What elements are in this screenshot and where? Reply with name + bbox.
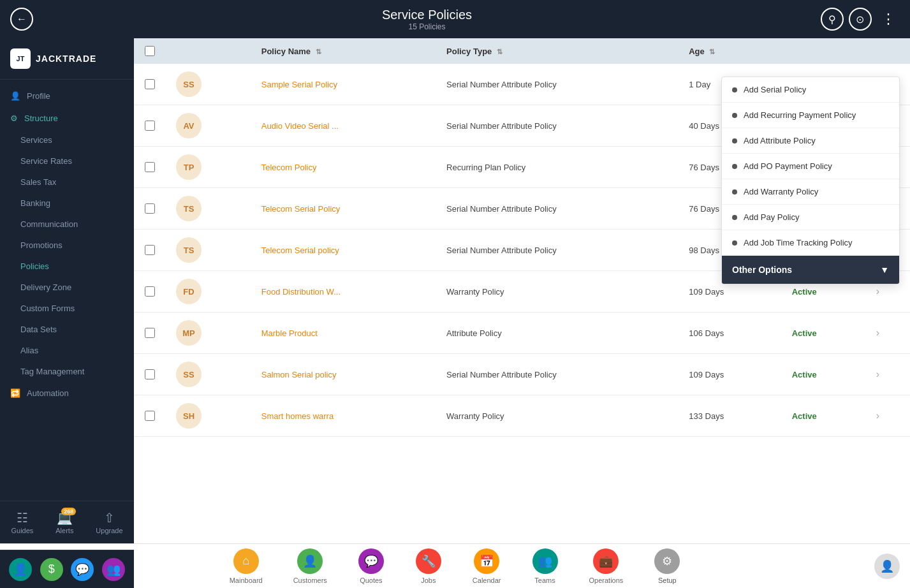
customers-icon: 👤 <box>297 548 323 574</box>
sidebar-item-tag-management[interactable]: Tag Management <box>0 361 134 382</box>
row-status-cell: Active <box>782 312 866 354</box>
policy-name-link[interactable]: Telecom Serial Policy <box>261 204 341 214</box>
row-chevron-icon[interactable]: › <box>876 327 879 338</box>
bottom-nav-setup[interactable]: ⚙ Setup <box>638 545 696 588</box>
row-checkbox[interactable] <box>145 245 155 255</box>
bottom-nav-calendar-label: Calendar <box>473 577 501 584</box>
row-avatar-cell: SS <box>166 354 251 395</box>
sidebar-item-policies[interactable]: Policies <box>0 256 134 277</box>
calendar-icon: 📅 <box>474 548 499 574</box>
policy-name-link[interactable]: Audio Video Serial ... <box>261 121 339 131</box>
guides-button[interactable]: ☷ Guides <box>6 506 38 538</box>
row-type-cell: Serial Number Attribute Policy <box>436 188 679 230</box>
sidebar-item-sales-tax[interactable]: Sales Tax <box>0 172 134 193</box>
people-bottom-icon[interactable]: 👥 <box>102 558 125 581</box>
dot-icon <box>732 113 737 118</box>
policy-name-link[interactable]: Telecom Policy <box>261 163 317 172</box>
operations-icon: 💼 <box>593 548 619 574</box>
user-avatar-container[interactable]: 👤 <box>874 554 900 579</box>
bottom-nav-setup-label: Setup <box>658 577 677 584</box>
back-button[interactable]: ← <box>10 8 33 31</box>
select-all-checkbox[interactable] <box>145 46 155 56</box>
sidebar-item-promotions[interactable]: Promotions <box>0 235 134 256</box>
sidebar-item-custom-forms[interactable]: Custom Forms <box>0 298 134 319</box>
row-name-cell: Audio Video Serial ... <box>251 105 436 147</box>
filter-button[interactable]: ⊙ <box>849 8 872 31</box>
bottom-nav-teams-label: Teams <box>534 577 555 584</box>
search-button[interactable]: ⚲ <box>821 8 844 31</box>
chat-bottom-icon[interactable]: 💬 <box>71 558 94 581</box>
page-subtitle: 15 Policies <box>382 22 472 31</box>
policy-avatar: AV <box>176 113 202 138</box>
row-checkbox-cell <box>134 354 166 395</box>
bottom-nav-calendar[interactable]: 📅 Calendar <box>457 545 517 588</box>
sidebar-item-communication[interactable]: Communication <box>0 214 134 235</box>
sidebar-item-structure[interactable]: ⚙ Structure <box>0 107 134 129</box>
policy-name-link[interactable]: Telecom Serial policy <box>261 246 339 255</box>
bottom-nav-operations[interactable]: 💼 Operations <box>574 545 639 588</box>
row-type-cell: Warranty Policy <box>436 395 679 437</box>
dropdown-item-add-recurring[interactable]: Add Recurring Payment Policy <box>722 103 899 128</box>
dropdown-item-add-warranty[interactable]: Add Warranty Policy <box>722 179 899 205</box>
policy-avatar: TS <box>176 196 202 221</box>
row-age-cell: 133 Days <box>679 395 781 437</box>
row-checkbox[interactable] <box>145 369 155 379</box>
dollar-bottom-icon[interactable]: $ <box>40 558 63 581</box>
bottom-nav-customers[interactable]: 👤 Customers <box>278 545 342 588</box>
row-action-cell: › <box>866 395 910 437</box>
bottom-nav-mainboard[interactable]: ⌂ Mainboard <box>214 545 278 588</box>
dropdown-item-add-serial[interactable]: Add Serial Policy <box>722 77 899 103</box>
policy-name-link[interactable]: Sample Serial Policy <box>261 80 337 89</box>
dropdown-other-options[interactable]: Other Options ▼ <box>722 256 899 284</box>
row-checkbox[interactable] <box>145 203 155 214</box>
row-checkbox[interactable] <box>145 121 155 131</box>
row-checkbox[interactable] <box>145 328 155 338</box>
row-status-cell: Active <box>782 395 866 437</box>
col-age[interactable]: Age ⇅ <box>679 38 781 64</box>
bottom-nav-jobs[interactable]: 🔧 Jobs <box>400 545 457 588</box>
row-checkbox[interactable] <box>145 411 155 421</box>
more-options-button[interactable]: ⋮ <box>877 8 900 31</box>
dropdown-item-add-attribute[interactable]: Add Attribute Policy <box>722 128 899 154</box>
col-policy-type[interactable]: Policy Type ⇅ <box>436 38 679 64</box>
row-checkbox[interactable] <box>145 286 155 297</box>
row-checkbox-cell <box>134 395 166 437</box>
sidebar-item-alias[interactable]: Alias <box>0 340 134 361</box>
header-center: Service Policies 15 Policies <box>382 8 472 31</box>
bottom-nav-teams[interactable]: 👥 Teams <box>517 545 574 588</box>
row-checkbox[interactable] <box>145 79 155 89</box>
dropdown-item-add-pay[interactable]: Add Pay Policy <box>722 205 899 230</box>
dropdown-item-add-po[interactable]: Add PO Payment Policy <box>722 154 899 179</box>
bottom-nav: ⌂ Mainboard 👤 Customers 💬 Quotes 🔧 Jobs … <box>0 543 910 588</box>
sidebar-item-delivery-zone[interactable]: Delivery Zone <box>0 277 134 298</box>
sidebar-item-services[interactable]: Services <box>0 129 134 151</box>
col-policy-name[interactable]: Policy Name ⇅ <box>251 38 436 64</box>
upgrade-button[interactable]: ⇧ Upgrade <box>91 506 128 538</box>
bottom-nav-quotes[interactable]: 💬 Quotes <box>342 545 400 588</box>
sidebar-item-profile[interactable]: 👤 Profile <box>0 85 134 107</box>
sort-age-icon: ⇅ <box>709 48 715 55</box>
dropdown-item-add-job-time[interactable]: Add Job Time Tracking Policy <box>722 230 899 256</box>
row-chevron-icon[interactable]: › <box>876 286 879 297</box>
dropdown-item-label: Add PO Payment Policy <box>744 161 832 171</box>
row-chevron-icon[interactable]: › <box>876 369 879 379</box>
dot-icon <box>732 189 737 195</box>
policy-name-link[interactable]: Food Distribution W... <box>261 287 341 297</box>
policy-name-link[interactable]: Salmon Serial policy <box>261 370 337 379</box>
sidebar-item-service-rates[interactable]: Service Rates <box>0 151 134 172</box>
alerts-button[interactable]: 268 💻 Alerts <box>50 506 78 538</box>
sidebar-item-automation[interactable]: 🔁 Automation <box>0 382 134 404</box>
user-bottom-icon[interactable]: 👤 <box>9 558 32 581</box>
row-avatar-cell: TS <box>166 188 251 230</box>
policy-name-link[interactable]: Marble Product <box>261 328 318 338</box>
sidebar-item-label: Automation <box>27 388 69 398</box>
row-checkbox[interactable] <box>145 162 155 172</box>
sidebar-item-banking[interactable]: Banking <box>0 193 134 214</box>
row-chevron-icon[interactable]: › <box>876 410 879 421</box>
status-badge: Active <box>792 328 817 338</box>
sidebar-item-data-sets[interactable]: Data Sets <box>0 319 134 340</box>
row-avatar-cell: TP <box>166 147 251 188</box>
dot-icon <box>732 164 737 169</box>
policy-name-link[interactable]: Smart homes warra <box>261 411 334 421</box>
sidebar-nav: 👤 Profile ⚙ Structure Services Service R… <box>0 80 134 501</box>
